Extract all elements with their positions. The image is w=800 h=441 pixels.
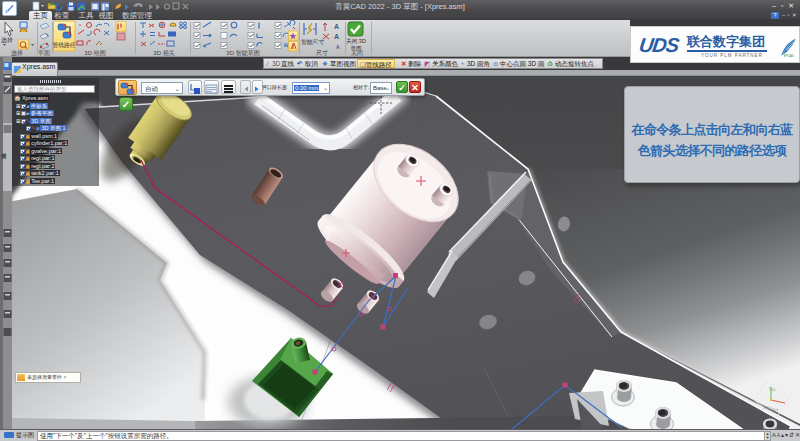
svg-text:3D 绘图: 3D 绘图 xyxy=(84,50,105,57)
svg-text:尺寸: 尺寸 xyxy=(316,50,328,56)
svg-text:选择: 选择 xyxy=(1,37,13,44)
svg-text:管线路径: 管线路径 xyxy=(52,41,75,49)
svg-text:EPCAD: EPCAD xyxy=(784,54,794,58)
svg-text:A: A xyxy=(336,44,340,50)
svg-text:智能尺寸: 智能尺寸 xyxy=(301,39,324,46)
svg-text:草图: 草图 xyxy=(350,45,361,51)
svg-text:3D 相关: 3D 相关 xyxy=(153,49,174,57)
svg-text:选择: 选择 xyxy=(11,50,23,57)
svg-text:3D 智能草图: 3D 智能草图 xyxy=(226,50,259,57)
svg-text:A: A xyxy=(334,33,339,40)
svg-text:A: A xyxy=(334,23,339,30)
svg-text:平面: 平面 xyxy=(38,49,50,57)
